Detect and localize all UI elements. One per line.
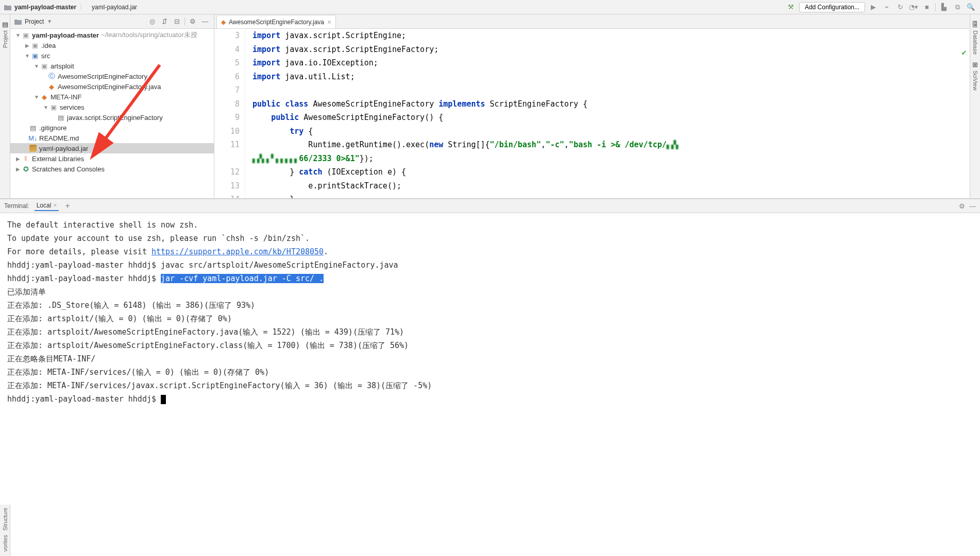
tree-svc-file[interactable]: ▤javax.script.ScriptEngineFactory	[10, 112, 214, 123]
expand-icon[interactable]: ⧉	[952, 2, 962, 12]
select-opened-icon[interactable]: ◎	[147, 17, 157, 26]
editor-tabs: ◆ AwesomeScriptEngineFactory.java ×	[214, 14, 970, 29]
breadcrumb[interactable]: yaml-payload-master 〉 yaml-payload.jar	[4, 3, 137, 11]
tree-extlibs[interactable]: ▶⫴External Libraries	[10, 153, 214, 164]
add-terminal-button[interactable]: +	[65, 201, 70, 211]
database-icon[interactable]: 🗄	[972, 21, 978, 28]
folder-icon	[4, 4, 11, 10]
close-icon[interactable]: ×	[327, 18, 331, 26]
tree-metainf[interactable]: ▼◆META-INF	[10, 92, 214, 102]
tree-services[interactable]: ▼▣services	[10, 102, 214, 112]
line-gutter: 34567891011121314	[214, 29, 245, 198]
project-tree[interactable]: ▼▣yaml-payload-master~/learn/tools/sprin…	[10, 29, 214, 198]
sciview-icon[interactable]: ⊞	[972, 61, 978, 68]
code-body[interactable]: import javax.script.ScriptEngine; import…	[245, 29, 970, 198]
gear-icon[interactable]: ⚙	[959, 202, 965, 210]
gear-icon[interactable]: ⚙	[188, 17, 197, 26]
tab-title: AwesomeScriptEngineFactory.java	[229, 19, 324, 26]
project-icon	[14, 19, 22, 25]
close-icon[interactable]: ×	[53, 202, 57, 209]
profile-icon[interactable]: ◔▾	[908, 2, 919, 12]
collapse-all-icon[interactable]: ⊟	[172, 17, 181, 26]
tree-gitignore[interactable]: ▤.gitignore	[10, 123, 214, 133]
toolbar-right: ⚒ Add Configuration... ▶ ⌁ ↻ ◔▾ ■ ▙ ⧉ 🔍	[786, 2, 976, 12]
main-area: ▤ Project Project ▼ ◎ ⇵ ⊟ ⚙ — ▼▣yaml-pay…	[0, 14, 980, 199]
debug-icon[interactable]: ⌁	[882, 2, 892, 12]
hide-icon[interactable]: —	[200, 17, 210, 26]
tree-scratches[interactable]: ▶✪Scratches and Consoles	[10, 164, 214, 174]
tree-java-file[interactable]: ◆AwesomeScriptEngineFactory.java	[10, 81, 214, 92]
project-panel: Project ▼ ◎ ⇵ ⊟ ⚙ — ▼▣yaml-payload-maste…	[10, 14, 214, 198]
editor-area: ◆ AwesomeScriptEngineFactory.java × ✔ 34…	[214, 14, 970, 198]
java-icon: ◆	[221, 19, 226, 26]
terminal-cursor	[161, 395, 166, 404]
tree-readme[interactable]: M↓README.md	[10, 133, 214, 143]
git-icon[interactable]: ▙	[939, 2, 949, 12]
sciview-label[interactable]: SciView	[972, 71, 978, 91]
chevron-down-icon[interactable]: ▼	[47, 19, 52, 24]
run-icon[interactable]: ▶	[868, 2, 878, 12]
terminal-label: Terminal:	[4, 202, 29, 210]
breadcrumb-sep: 〉	[79, 3, 86, 11]
breadcrumb-file: yaml-payload.jar	[92, 4, 137, 11]
expand-all-icon[interactable]: ⇵	[160, 17, 169, 26]
top-toolbar: yaml-payload-master 〉 yaml-payload.jar ⚒…	[0, 0, 980, 14]
terminal-panel: Terminal: Local× + ⚙ — The default inter…	[0, 199, 980, 411]
tree-artsploit[interactable]: ▼▣artsploit	[10, 61, 214, 71]
tree-src[interactable]: ▼▣src	[10, 50, 214, 61]
stop-icon[interactable]: ■	[922, 2, 932, 12]
tree-idea[interactable]: ▶▣.idea	[10, 40, 214, 50]
coverage-icon[interactable]: ↻	[895, 2, 905, 12]
project-stripe-icon: ▤	[2, 21, 8, 28]
terminal-link[interactable]: https://support.apple.com/kb/HT208050	[151, 247, 324, 256]
breadcrumb-root: yaml-payload-master	[14, 4, 76, 11]
tree-class-file[interactable]: ⒸAwesomeScriptEngineFactory	[10, 71, 214, 81]
editor-tab[interactable]: ◆ AwesomeScriptEngineFactory.java ×	[216, 15, 336, 28]
search-icon[interactable]: 🔍	[966, 2, 976, 12]
add-configuration-button[interactable]: Add Configuration...	[799, 2, 865, 12]
project-stripe-label[interactable]: Project	[2, 30, 8, 48]
terminal-tab[interactable]: Local×	[35, 201, 59, 211]
code-editor[interactable]: ✔ 34567891011121314 import javax.script.…	[214, 29, 970, 198]
tree-root[interactable]: ▼▣yaml-payload-master~/learn/tools/sprin…	[10, 30, 214, 40]
project-label[interactable]: Project	[25, 18, 44, 25]
hammer-icon[interactable]: ⚒	[786, 2, 796, 12]
terminal-body[interactable]: The default interactive shell is now zsh…	[0, 213, 980, 411]
right-tool-stripe[interactable]: 🗄 Database ⊞ SciView	[970, 14, 980, 198]
project-panel-header: Project ▼ ◎ ⇵ ⊟ ⚙ —	[10, 14, 214, 29]
database-label[interactable]: Database	[972, 30, 978, 55]
tree-jar[interactable]: yaml-payload.jar	[10, 143, 214, 153]
terminal-header: Terminal: Local× + ⚙ —	[0, 199, 980, 213]
hide-icon[interactable]: —	[969, 202, 976, 210]
left-tool-stripe[interactable]: ▤ Project	[0, 14, 10, 198]
